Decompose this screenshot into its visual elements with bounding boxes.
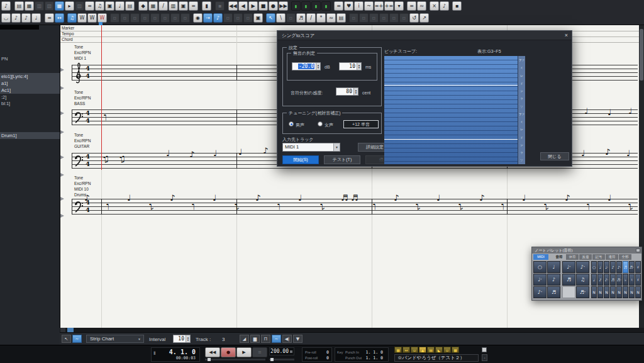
toolbar-button[interactable]: ● (269, 1, 278, 11)
palette-tab-記号[interactable]: 記号 (592, 254, 605, 260)
staff-collapse-handle[interactable] (60, 111, 64, 115)
toolbar-button[interactable]: ◆ (138, 1, 148, 11)
toolbar-button[interactable]: ▪ (452, 1, 462, 11)
curve-view-button[interactable]: ~ (272, 335, 281, 343)
ramp-view-button[interactable]: ◢ (240, 335, 249, 343)
toolbar-button[interactable]: ▦ (55, 1, 64, 11)
filter-button[interactable]: ▼ (293, 335, 303, 343)
toolbar-button[interactable]: / (158, 1, 168, 11)
note-glyph[interactable]: ♩ (586, 203, 590, 211)
toolbar-button[interactable]: ▫ (223, 13, 233, 23)
note-glyph[interactable]: ♫ (102, 155, 109, 164)
loop-button[interactable]: ≡ (252, 347, 267, 357)
shuttle-thumb[interactable] (208, 358, 211, 361)
staff-collapse-handle[interactable] (60, 173, 64, 177)
toolbar-button[interactable]: * (316, 13, 326, 23)
note-glyph[interactable]: ♬ (351, 194, 358, 202)
note-glyph[interactable]: ♪ (628, 203, 633, 211)
toolbar-button[interactable]: ♬ (296, 13, 306, 23)
toolbar-button[interactable]: ▫ (389, 13, 399, 23)
palette-note-button[interactable]: ♪· (576, 261, 589, 273)
female-voice-radio[interactable] (318, 121, 323, 126)
toolbar-button[interactable]: ♪ (440, 1, 449, 11)
note-glyph[interactable]: ♩ (608, 194, 611, 202)
note-glyph[interactable]: ♪ (234, 203, 239, 211)
toolbar-button[interactable]: ▫ (286, 13, 296, 23)
pointer-tool-button[interactable]: ↖ (62, 335, 71, 343)
toolbar-button[interactable]: ▫ (110, 13, 119, 23)
palette-tab-反復[interactable]: 反復 (579, 254, 592, 260)
palette-note-button[interactable]: ♯ (635, 261, 641, 273)
palette-tab-全部[interactable]: 全部 (619, 254, 631, 260)
toolbar-button[interactable]: ▫ (399, 13, 409, 23)
score-horizontal-scrollbar[interactable] (60, 328, 644, 332)
palette-note-button[interactable]: N (623, 286, 628, 298)
palette-note-button[interactable]: ♩ (547, 261, 560, 273)
note-glyph[interactable]: ♩ (166, 149, 170, 157)
step-view-button[interactable]: Π (261, 335, 270, 343)
palette-note-button[interactable]: ♪ (610, 261, 616, 273)
spinner-arrows-icon[interactable] (353, 88, 358, 95)
palette-note-button[interactable]: ♬· (629, 261, 635, 273)
toolbar-button[interactable]: ▫ (140, 13, 150, 23)
note-glyph[interactable]: ♩ (436, 194, 440, 202)
male-voice-radio[interactable] (289, 121, 294, 126)
curve-tool-button[interactable]: ~ (72, 335, 82, 343)
toolbar-button[interactable]: ▣ (105, 1, 114, 11)
toolbar-button[interactable]: ▥ (169, 1, 178, 11)
palette-note-button[interactable]: ♬ (623, 261, 628, 273)
note-glyph[interactable]: ♬ (341, 194, 348, 202)
palette-note-button[interactable]: ♩· (533, 274, 547, 286)
toolbar-button[interactable]: ↺ (409, 13, 419, 23)
palette-note-button[interactable]: N (610, 286, 616, 298)
toolbar-button[interactable]: ▫ (160, 13, 170, 23)
staff-collapse-handle[interactable] (60, 197, 64, 201)
start-button[interactable]: 開始(S) (282, 155, 319, 164)
song-tool-icon[interactable]: ▲ (419, 347, 426, 353)
track-list-item[interactable]: elo1][Lyric:4] (0, 73, 60, 80)
song-tool-icon[interactable]: ▤ (427, 347, 435, 353)
song-tool-icon[interactable]: ◣ (435, 347, 443, 353)
note-glyph[interactable]: ♪ (263, 147, 268, 155)
close-icon[interactable]: × (565, 31, 568, 40)
toolbar-button[interactable]: ▶▶ (279, 1, 288, 11)
toolbar-button[interactable]: ▦ (148, 1, 158, 11)
staff-collapse-handle[interactable] (60, 155, 64, 159)
toolbar-button[interactable]: ▮ (301, 1, 311, 11)
toolbar-button[interactable]: ▪ (215, 1, 225, 11)
palette-note-button[interactable]: ♩ (597, 261, 603, 273)
note-glyph[interactable]: ♪ (479, 194, 484, 202)
palette-note-button[interactable]: ♯ (635, 274, 641, 286)
note-glyph[interactable]: ♪ (415, 203, 420, 211)
palette-title[interactable]: ノート パレット(音符) (532, 247, 641, 254)
shuttle-slider[interactable] (205, 359, 265, 360)
toolbar-button[interactable]: W (87, 13, 97, 23)
toolbar-button[interactable]: ▫ (130, 13, 140, 23)
song-title-field[interactable]: ※バンドやろうぜ（テスト２） (394, 354, 479, 362)
note-glyph[interactable]: ♩ (584, 107, 588, 115)
palette-close-icon[interactable] (636, 249, 640, 252)
toolbar-button[interactable]: ♩ (115, 1, 125, 11)
palette-note-button[interactable]: N (604, 286, 609, 298)
note-glyph[interactable]: ♪ (170, 194, 175, 202)
palette-note-button[interactable]: ♬· (616, 274, 622, 286)
toolbar-button[interactable]: ♫ (67, 13, 77, 23)
toolbar-button[interactable]: ↖ (266, 13, 275, 23)
note-glyph[interactable]: ♫ (118, 155, 126, 164)
toolbar-button[interactable]: ≡+ (374, 1, 384, 11)
toolbar-button[interactable]: i (354, 1, 364, 11)
toolbar-button[interactable]: ♩ (31, 13, 41, 23)
toolbar-button[interactable]: ▤ (14, 1, 24, 11)
toolbar-button[interactable]: ▤ (125, 1, 135, 11)
toolbar-button[interactable]: ◀◀ (228, 1, 238, 11)
test-button[interactable]: テスト(T) (324, 155, 360, 164)
song-tool-icon[interactable]: ▦ (394, 347, 402, 353)
palette-note-button[interactable]: ♪· (616, 261, 622, 273)
palette-tab-連符[interactable]: 連符 (606, 254, 618, 260)
toolbar-button[interactable]: ▮ (321, 1, 331, 11)
palette-note-button[interactable]: ♪· (604, 274, 609, 286)
toolbar-button[interactable]: ▮ (202, 1, 211, 11)
note-glyph[interactable]: ♩ (191, 203, 195, 211)
palette-note-button[interactable]: ♫ (576, 274, 589, 286)
song-tool-icon[interactable]: ▫ (443, 347, 451, 353)
